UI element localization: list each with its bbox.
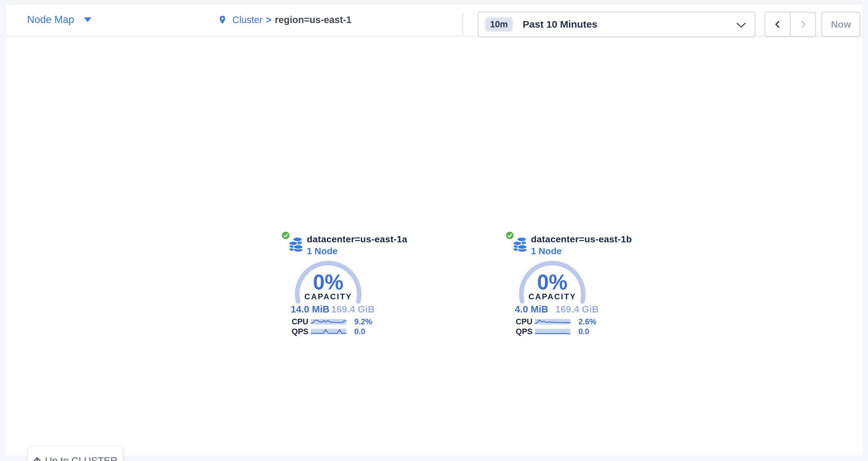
- up-to-cluster-button[interactable]: Up to CLUSTER: [28, 446, 123, 461]
- chevron-down-icon: [736, 23, 746, 28]
- cpu-metric-row: CPU 2.6%: [516, 319, 608, 325]
- capacity-usage-row: 4.0 MiB 169.4 GiB: [515, 304, 599, 315]
- cpu-value: 9.2%: [354, 317, 372, 326]
- qps-metric-row: QPS 0.0: [292, 328, 384, 335]
- capacity-used: 4.0 MiB: [515, 304, 548, 315]
- capacity-total: 169.4 GiB: [331, 304, 375, 315]
- location-pin-icon: [218, 14, 227, 25]
- locality-title: datacenter=us-east-1a: [307, 233, 407, 245]
- capacity-label: CAPACITY: [295, 292, 361, 301]
- cpu-sparkline: [535, 319, 570, 325]
- node-map-canvas: datacenter=us-east-1a 1 Node 0% CAPACITY…: [6, 38, 863, 455]
- chevron-left-icon: [773, 20, 782, 29]
- cpu-label: CPU: [292, 317, 311, 326]
- breadcrumb-current: region=us-east-1: [275, 14, 352, 25]
- time-nav-group: [765, 12, 816, 37]
- capacity-total: 169.4 GiB: [555, 304, 599, 315]
- chevron-right-icon: [799, 20, 807, 29]
- capacity-used: 14.0 MiB: [291, 304, 330, 315]
- nodes-stack-icon: [288, 236, 304, 253]
- time-next-button[interactable]: [790, 12, 815, 36]
- cpu-metric-row: CPU 9.2%: [292, 319, 384, 325]
- capacity-percent: 0%: [295, 272, 361, 293]
- locality-card-us-east-1b[interactable]: datacenter=us-east-1b 1 Node 0% CAPACITY…: [502, 229, 611, 337]
- breadcrumb: Cluster > region=us-east-1: [218, 4, 352, 35]
- arrow-up-icon: [33, 456, 41, 461]
- qps-label: QPS: [292, 327, 311, 336]
- time-prev-button[interactable]: [765, 12, 790, 36]
- breadcrumb-separator: >: [266, 14, 272, 25]
- cpu-sparkline: [311, 319, 346, 325]
- cpu-value: 2.6%: [578, 317, 596, 326]
- qps-value: 0.0: [354, 327, 365, 336]
- qps-sparkline: [535, 329, 570, 335]
- locality-card-us-east-1a[interactable]: datacenter=us-east-1a 1 Node 0% CAPACITY…: [278, 229, 387, 337]
- qps-label: QPS: [516, 327, 535, 336]
- topbar: Node Map Cluster > region=us-east-1 10m …: [6, 4, 863, 36]
- breadcrumb-cluster-link[interactable]: Cluster: [232, 14, 262, 25]
- now-button[interactable]: Now: [822, 12, 861, 37]
- capacity-usage-row: 14.0 MiB 169.4 GiB: [291, 304, 375, 315]
- up-to-cluster-label: Up to CLUSTER: [45, 455, 117, 461]
- qps-value: 0.0: [578, 327, 589, 336]
- qps-metric-row: QPS 0.0: [516, 328, 608, 335]
- locality-node-count: 1 Node: [307, 245, 337, 257]
- time-range-badge: 10m: [485, 18, 513, 32]
- capacity-label: CAPACITY: [519, 292, 585, 301]
- time-range-selector[interactable]: 10m Past 10 Minutes: [478, 11, 755, 37]
- capacity-percent: 0%: [519, 272, 585, 293]
- nodes-stack-icon: [512, 236, 528, 253]
- toolbar-divider: [462, 13, 463, 35]
- qps-sparkline: [311, 329, 346, 335]
- time-range-label: Past 10 Minutes: [523, 19, 597, 30]
- cpu-label: CPU: [516, 317, 535, 326]
- locality-node-count: 1 Node: [531, 245, 561, 257]
- view-selector-dropdown[interactable]: Node Map: [27, 4, 91, 35]
- locality-title: datacenter=us-east-1b: [531, 233, 632, 245]
- view-selector-label: Node Map: [27, 14, 74, 26]
- caret-down-icon: [84, 18, 91, 22]
